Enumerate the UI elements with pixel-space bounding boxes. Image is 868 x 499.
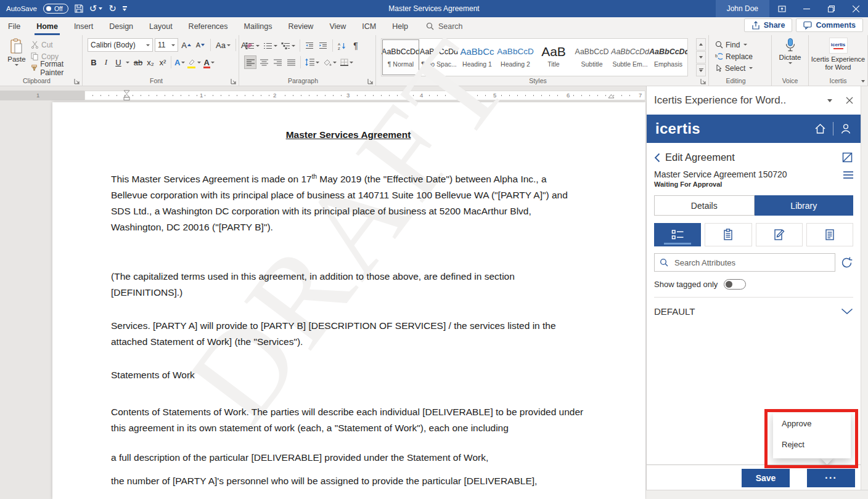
restore-button[interactable] — [819, 0, 843, 17]
search-attributes-box[interactable] — [654, 253, 835, 272]
autosave-toggle[interactable]: Off — [43, 4, 68, 14]
customize-qat-button[interactable] — [123, 6, 127, 11]
default-section-row[interactable]: DEFAULT — [654, 306, 853, 317]
style-subtle-emphasis[interactable]: AaBbCcDdSubtle Em... — [611, 39, 649, 76]
clipboard-group: Paste Cut Copy Format Painter Clipboard — [0, 35, 83, 86]
font-color-button[interactable]: A — [202, 55, 215, 69]
align-center-button[interactable] — [258, 55, 270, 69]
tab-home[interactable]: Home — [28, 17, 66, 35]
hamburger-menu-icon[interactable] — [843, 171, 853, 179]
replace-button[interactable]: b Replace — [715, 51, 753, 62]
user-icon[interactable] — [840, 123, 852, 135]
save-icon[interactable] — [75, 4, 83, 14]
icertis-experience-button[interactable]: icertis Icertis Experience for Word — [809, 38, 867, 71]
styles-scroll-down-button[interactable] — [696, 51, 706, 63]
styles-scroll-up-button[interactable] — [696, 38, 706, 51]
strikethrough-button[interactable]: ab — [132, 55, 144, 69]
share-button[interactable]: Share — [744, 18, 793, 32]
account-name[interactable]: John Doe — [716, 0, 769, 17]
bullets-button[interactable] — [244, 39, 261, 52]
tab-file[interactable]: File — [0, 17, 28, 35]
close-button[interactable] — [843, 0, 868, 17]
dictate-icon — [783, 38, 798, 54]
collapse-ribbon-icon[interactable] — [861, 80, 865, 83]
pane-close-icon[interactable] — [846, 97, 853, 104]
select-button[interactable]: Select — [715, 62, 753, 74]
borders-button[interactable] — [339, 55, 354, 69]
attributes-view-button[interactable] — [654, 223, 701, 246]
tab-insert[interactable]: Insert — [66, 17, 101, 35]
numbering-button[interactable] — [262, 39, 279, 52]
minimize-button[interactable] — [794, 0, 819, 17]
dictate-button[interactable]: Dictate — [772, 38, 808, 64]
styles-dialog-launcher[interactable] — [700, 78, 706, 84]
horizontal-ruler[interactable]: 1 1 2 3 4 5 6 7 — [0, 91, 646, 100]
redo-button[interactable]: ↻ — [108, 3, 117, 14]
shading-button[interactable] — [322, 55, 338, 69]
find-button[interactable]: Find — [715, 39, 753, 51]
show-tagged-toggle[interactable] — [724, 279, 746, 290]
tab-library[interactable]: Library — [755, 195, 854, 216]
font-family-select[interactable]: Calibri (Body) — [88, 38, 153, 52]
subscript-button[interactable]: x₂ — [144, 55, 157, 69]
align-left-button[interactable] — [244, 55, 256, 69]
font-size-select[interactable]: 11 — [155, 38, 178, 52]
highlight-button[interactable] — [186, 55, 202, 69]
document-content[interactable]: Master Services Agreement This Master Se… — [52, 102, 645, 499]
pilcrow-button[interactable]: ¶ — [350, 39, 362, 52]
refresh-icon[interactable] — [840, 256, 853, 269]
pane-scroll-gutter[interactable] — [861, 86, 868, 499]
indent-markers[interactable] — [123, 90, 130, 102]
multilevel-list-button[interactable] — [280, 39, 297, 52]
increase-indent-button[interactable] — [317, 39, 329, 52]
text-effects-button[interactable]: A — [173, 55, 186, 69]
right-indent-marker[interactable] — [608, 94, 615, 99]
back-chevron-icon[interactable] — [654, 153, 660, 163]
tab-references[interactable]: References — [181, 17, 236, 35]
bold-button[interactable]: B — [88, 55, 100, 69]
menu-item-reject[interactable]: Reject — [773, 434, 851, 455]
grow-font-button[interactable]: A — [180, 38, 192, 52]
edit-view-button[interactable] — [756, 223, 803, 246]
format-painter-button[interactable]: Format Painter — [31, 62, 82, 74]
justify-button[interactable] — [285, 55, 297, 69]
menu-item-approve[interactable]: Approve — [773, 413, 851, 434]
line-spacing-button[interactable] — [304, 55, 321, 69]
undo-button[interactable]: ↺ — [89, 3, 103, 14]
underline-caret-icon[interactable] — [126, 62, 129, 63]
more-actions-button[interactable]: ... — [807, 469, 855, 487]
style-subtitle[interactable]: AaBbCcDSubtitle — [573, 39, 611, 76]
underline-button[interactable]: U — [112, 55, 125, 69]
sort-button[interactable]: AZ — [336, 39, 348, 52]
shrink-font-button[interactable]: A — [194, 38, 207, 52]
comments-button[interactable]: Comments — [796, 18, 863, 32]
pane-menu-caret-icon[interactable] — [827, 99, 832, 102]
clauses-view-button[interactable] — [705, 223, 751, 246]
cut-button[interactable]: Cut — [31, 39, 82, 51]
change-case-button[interactable]: Aa — [215, 38, 232, 52]
tab-layout[interactable]: Layout — [141, 17, 181, 35]
tab-view[interactable]: View — [321, 17, 354, 35]
clipboard-dialog-launcher[interactable] — [74, 78, 80, 84]
tab-mailings[interactable]: Mailings — [236, 17, 280, 35]
tab-design[interactable]: Design — [101, 17, 141, 35]
italic-button[interactable]: I — [100, 55, 112, 69]
multilevel-caret-icon — [292, 45, 295, 47]
style-emphasis[interactable]: AaBbCcDdEmphasis — [649, 39, 687, 76]
align-right-button[interactable] — [271, 55, 284, 69]
tab-review[interactable]: Review — [280, 17, 321, 35]
save-button[interactable]: Save — [742, 469, 790, 487]
decrease-indent-button[interactable] — [303, 39, 316, 52]
tab-icm[interactable]: ICM — [354, 17, 384, 35]
search-attributes-input[interactable] — [673, 258, 830, 268]
font-dialog-launcher[interactable] — [231, 78, 237, 84]
paste-button[interactable]: Paste — [5, 38, 28, 66]
summary-view-button[interactable] — [806, 223, 853, 246]
superscript-button[interactable]: x² — [157, 55, 169, 69]
home-icon[interactable] — [814, 123, 827, 135]
styles-more-button[interactable] — [696, 64, 706, 76]
tab-details[interactable]: Details — [654, 195, 755, 216]
set-square-icon[interactable] — [841, 152, 853, 163]
ribbon-display-options-button[interactable] — [769, 0, 794, 17]
document-page[interactable]: DRAFT Master Services Agreement This Mas… — [52, 102, 645, 499]
